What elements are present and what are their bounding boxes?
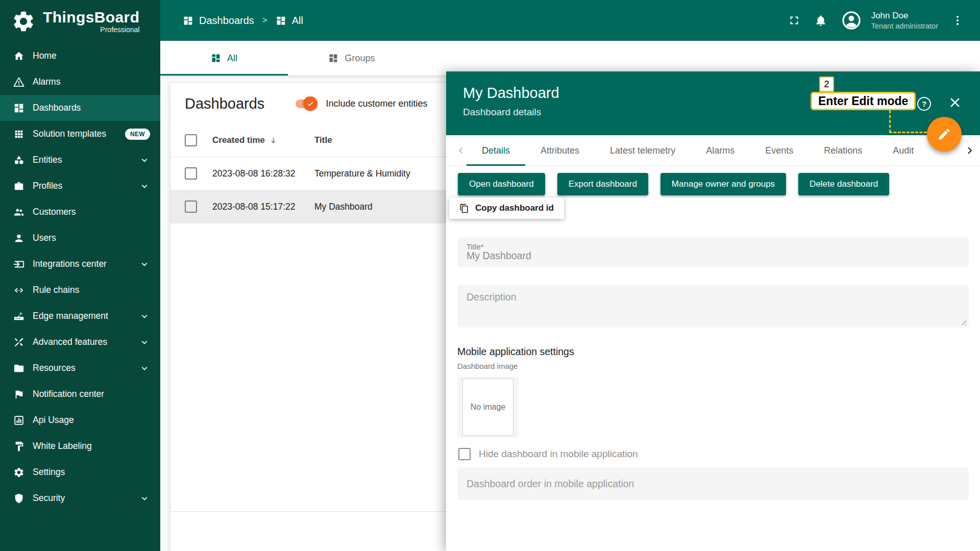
tab-groups[interactable]: Groups — [288, 41, 415, 76]
help-icon[interactable] — [917, 97, 931, 111]
app-edition: Professional — [43, 26, 139, 34]
sidebar-item-home[interactable]: Home — [0, 43, 160, 69]
sidebar-item-profiles[interactable]: Profiles — [0, 173, 160, 199]
tabs-scroll-right-icon[interactable] — [964, 144, 977, 157]
panel-tab-relations[interactable]: Relations — [808, 135, 877, 166]
sidebar-item-integrations-center[interactable]: Integrations center — [0, 251, 160, 277]
home-icon — [13, 51, 24, 62]
sidebar-item-label: Solution templates — [33, 129, 106, 139]
copy-dashboard-id-label: Copy dashboard id — [475, 203, 554, 213]
settings-icon — [13, 467, 24, 478]
export-dashboard-button[interactable]: Export dashboard — [557, 173, 648, 195]
check-icon — [306, 99, 314, 108]
sidebar-item-label: Entities — [33, 155, 62, 165]
advanced-icon — [13, 337, 24, 348]
resize-handle[interactable] — [960, 319, 966, 325]
tab-all[interactable]: All — [160, 41, 288, 76]
top-bar-right: John Doe Tenant administrator — [788, 10, 980, 31]
open-dashboard-button[interactable]: Open dashboard — [458, 173, 545, 195]
title-field[interactable]: Title* My Dashboard — [457, 238, 969, 267]
select-all-checkbox[interactable] — [185, 134, 197, 146]
sidebar-item-resources[interactable]: Resources — [0, 355, 160, 381]
more-menu-icon[interactable] — [951, 14, 964, 27]
sidebar-item-solution-templates[interactable]: Solution templatesNEW — [0, 121, 160, 147]
integrations-icon — [13, 259, 24, 270]
app-logo[interactable]: ThingsBoard Professional — [0, 0, 160, 43]
breadcrumb-label: All — [292, 15, 303, 27]
sidebar-item-notification-center[interactable]: Notification center — [0, 381, 160, 407]
sidebar-item-dashboards[interactable]: Dashboards — [0, 95, 160, 121]
tutorial-connector-vertical — [889, 110, 891, 133]
close-icon[interactable] — [947, 95, 963, 110]
notifications-bell-icon[interactable] — [814, 14, 827, 27]
sidebar-item-security[interactable]: Security — [0, 485, 160, 511]
hide-dashboard-row: Hide dashboard in mobile application — [457, 448, 969, 460]
sidebar-item-label: Settings — [33, 467, 65, 478]
alarms-icon — [13, 77, 24, 88]
include-customer-entities-toggle-row[interactable]: Include customer entities — [293, 96, 427, 111]
fullscreen-icon[interactable] — [788, 14, 801, 27]
sidebar-item-api-usage[interactable]: Api Usage — [0, 407, 160, 433]
no-image-placeholder: No image — [462, 379, 513, 436]
toggle-knob — [303, 96, 317, 111]
breadcrumb-item-dashboards[interactable]: Dashboards — [183, 15, 254, 27]
tab-label: All — [227, 53, 237, 64]
manage-owner-and-groups-button[interactable]: Manage owner and groups — [660, 173, 786, 195]
panel-tab-audit[interactable]: Audit — [877, 135, 929, 166]
sidebar-item-edge-management[interactable]: Edge management — [0, 303, 160, 329]
sidebar-item-settings[interactable]: Settings — [0, 459, 160, 485]
tabs-scroll-left-icon[interactable] — [454, 144, 467, 157]
avatar[interactable] — [841, 10, 862, 31]
sidebar: ThingsBoard Professional HomeAlarmsDashb… — [0, 0, 160, 551]
sidebar-item-rule-chains[interactable]: Rule chains — [0, 277, 160, 303]
app-logo-text: ThingsBoard Professional — [43, 9, 139, 34]
description-field[interactable]: Description — [457, 285, 969, 328]
sidebar-item-label: Profiles — [33, 181, 62, 191]
copy-dashboard-id-button[interactable]: Copy dashboard id — [449, 197, 564, 219]
card-title: Dashboards — [185, 95, 264, 112]
hide-dashboard-checkbox[interactable] — [458, 448, 471, 460]
row-checkbox[interactable] — [185, 201, 197, 213]
panel-tab-events[interactable]: Events — [750, 135, 808, 166]
sidebar-item-advanced-features[interactable]: Advanced features — [0, 329, 160, 355]
api-usage-icon — [13, 415, 24, 426]
dashboard-order-field[interactable]: Dashboard order in mobile application — [457, 467, 969, 500]
panel-tab-latest-telemetry[interactable]: Latest telemetry — [595, 135, 691, 166]
sidebar-item-white-labeling[interactable]: White Labeling — [0, 433, 160, 459]
sidebar-item-label: Advanced features — [33, 337, 107, 347]
sidebar-item-label: Notification center — [33, 389, 104, 399]
sidebar-item-entities[interactable]: Entities — [0, 147, 160, 173]
dashboard-image-dropzone[interactable]: No image — [457, 377, 519, 438]
panel-tabs-strip: DetailsAttributesLatest telemetryAlarmsE… — [467, 135, 962, 166]
column-created-time[interactable]: Created time — [212, 135, 314, 145]
thingsboard-logo-icon — [11, 9, 36, 34]
sidebar-item-customers[interactable]: Customers — [0, 199, 160, 225]
users-icon — [13, 233, 24, 244]
cell-created-time: 2023-08-08 16:28:32 — [212, 168, 314, 179]
toggle-switch[interactable] — [293, 96, 317, 111]
panel-tab-alarms[interactable]: Alarms — [691, 135, 750, 166]
description-placeholder: Description — [467, 291, 517, 303]
panel-tab-details[interactable]: Details — [467, 135, 525, 166]
toggle-label: Include customer entities — [326, 98, 427, 109]
sidebar-item-alarms[interactable]: Alarms — [0, 69, 160, 95]
pencil-icon — [937, 127, 951, 141]
app-window: ThingsBoard Professional HomeAlarmsDashb… — [0, 0, 980, 551]
header-checkbox-cell — [170, 134, 212, 146]
row-checkbox[interactable] — [185, 167, 197, 180]
sidebar-nav: HomeAlarmsDashboardsSolution templatesNE… — [0, 43, 160, 511]
mobile-settings-heading: Mobile application settings — [457, 346, 969, 358]
edit-mode-fab[interactable] — [927, 117, 962, 152]
sidebar-item-label: Users — [33, 233, 56, 243]
panel-tab-attributes[interactable]: Attributes — [525, 135, 595, 166]
details-panel: My Dashboard Dashboard details DetailsAt… — [446, 71, 980, 551]
chevron-down-icon — [139, 181, 150, 192]
sidebar-item-users[interactable]: Users — [0, 225, 160, 251]
delete-dashboard-button[interactable]: Delete dashboard — [798, 173, 889, 195]
sidebar-item-label: Edge management — [33, 311, 108, 321]
user-role: Tenant administrator — [871, 21, 938, 31]
sidebar-item-label: Home — [33, 51, 57, 61]
user-block[interactable]: John Doe Tenant administrator — [871, 10, 938, 31]
breadcrumb-item-all[interactable]: All — [276, 15, 303, 27]
tutorial-step-number: 2 — [819, 77, 834, 92]
